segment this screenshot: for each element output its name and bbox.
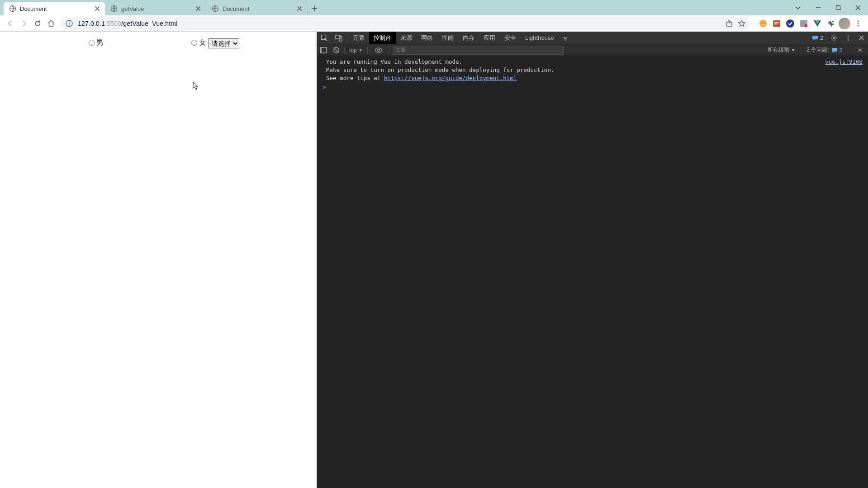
radio-female[interactable]: 女 bbox=[191, 38, 206, 47]
tab-title: Document bbox=[20, 5, 91, 12]
svg-rect-14 bbox=[805, 24, 807, 27]
browser-tab-1[interactable]: getValue bbox=[105, 2, 206, 15]
maximize-button[interactable] bbox=[828, 0, 848, 15]
reload-button[interactable] bbox=[31, 17, 44, 30]
home-button[interactable] bbox=[44, 17, 58, 30]
close-icon[interactable] bbox=[195, 5, 201, 12]
extension-icon-1[interactable] bbox=[757, 17, 769, 30]
tab-security[interactable]: 安全 bbox=[500, 32, 521, 44]
tab-console[interactable]: 控制台 bbox=[369, 32, 396, 44]
svg-rect-10 bbox=[774, 22, 779, 23]
back-button[interactable] bbox=[4, 17, 17, 30]
svg-point-15 bbox=[858, 20, 859, 22]
divider bbox=[848, 46, 848, 54]
radio-male-input[interactable] bbox=[89, 40, 95, 46]
extensions-puzzle-icon[interactable] bbox=[825, 17, 837, 30]
close-icon[interactable] bbox=[94, 5, 100, 12]
svg-point-5 bbox=[69, 21, 70, 22]
tab-network[interactable]: 网络 bbox=[417, 32, 437, 44]
browser-tab-0[interactable]: Document bbox=[4, 2, 105, 15]
svg-rect-26 bbox=[320, 47, 322, 53]
bookmark-star-icon[interactable] bbox=[738, 19, 746, 28]
svg-point-17 bbox=[858, 25, 859, 26]
console-message-count[interactable]: 2 bbox=[808, 32, 827, 44]
tab-elements[interactable]: 元素 bbox=[348, 32, 369, 44]
console-context-selector[interactable]: top ▼ bbox=[346, 47, 365, 53]
tab-application[interactable]: 应用 bbox=[479, 32, 500, 44]
tab-memory[interactable]: 内存 bbox=[458, 32, 479, 44]
svg-rect-6 bbox=[69, 23, 70, 25]
devtools-close-icon[interactable] bbox=[855, 32, 868, 44]
devtools-menu-icon[interactable] bbox=[841, 32, 855, 44]
devtools-settings-icon[interactable] bbox=[827, 32, 841, 44]
radio-female-input[interactable] bbox=[191, 40, 197, 46]
console-prompt[interactable]: > bbox=[317, 82, 868, 92]
tab-lighthouse[interactable]: Lighthouse bbox=[521, 32, 559, 44]
radio-male[interactable]: 男 bbox=[89, 38, 104, 47]
log-levels-selector[interactable]: 所有级别 ▼ bbox=[768, 46, 795, 54]
devtools-tabs: 元素 控制台 来源 网络 性能 内存 应用 安全 Lighthouse 2 bbox=[317, 32, 868, 44]
radio-male-label: 男 bbox=[96, 38, 104, 47]
console-log-line: You are running Vue in development mode.… bbox=[317, 58, 868, 66]
window-close-button[interactable] bbox=[848, 0, 868, 15]
console-log-line: Make sure to turn on production mode whe… bbox=[317, 66, 868, 74]
window-controls bbox=[790, 0, 868, 15]
tab-title: Document bbox=[223, 5, 294, 12]
divider bbox=[367, 46, 368, 54]
radio-female-label: 女 bbox=[199, 38, 206, 47]
extension-icon-2[interactable] bbox=[770, 17, 783, 30]
close-icon[interactable] bbox=[296, 5, 303, 12]
console-filter-input[interactable]: 过滤 bbox=[392, 46, 564, 55]
console-settings-icon[interactable] bbox=[854, 44, 866, 56]
globe-icon bbox=[9, 5, 16, 12]
svg-point-23 bbox=[848, 37, 849, 38]
live-expression-icon[interactable] bbox=[372, 44, 385, 56]
message-icon bbox=[812, 35, 818, 41]
issues-indicator[interactable]: 2 个问题: 2 bbox=[806, 46, 842, 54]
console-log-line: See more tips at https://vuejs.org/guide… bbox=[317, 74, 868, 82]
forward-button[interactable] bbox=[17, 17, 31, 30]
extension-icon-4[interactable] bbox=[797, 17, 810, 30]
tab-title: getValue bbox=[121, 5, 192, 12]
mouse-cursor-icon bbox=[193, 81, 199, 90]
address-bar[interactable]: 127.0.0.1:5500/getValue_Vue.html bbox=[61, 17, 750, 30]
svg-rect-3 bbox=[836, 6, 840, 10]
browser-tab-2[interactable]: Document bbox=[206, 2, 308, 15]
tabs-overflow-icon[interactable] bbox=[559, 32, 572, 44]
select-dropdown[interactable]: 请选择 bbox=[209, 38, 239, 48]
profile-avatar[interactable] bbox=[838, 17, 851, 30]
extension-icon-3[interactable] bbox=[784, 17, 797, 30]
console-source-link[interactable]: vue.js:9108 bbox=[825, 58, 864, 66]
minimize-button[interactable] bbox=[808, 0, 828, 15]
console-toolbar: top ▼ 过滤 所有级别 ▼ 2 个问题: bbox=[317, 44, 868, 56]
svg-point-8 bbox=[759, 20, 767, 27]
svg-point-12 bbox=[786, 19, 794, 28]
tab-performance[interactable]: 性能 bbox=[437, 32, 458, 44]
new-tab-button[interactable] bbox=[308, 2, 321, 15]
deployment-guide-link[interactable]: https://vuejs.org/guide/deployment.html bbox=[384, 75, 517, 81]
chevron-down-icon: ▼ bbox=[359, 48, 363, 52]
site-info-icon[interactable] bbox=[65, 19, 73, 28]
globe-icon bbox=[110, 5, 118, 12]
clear-console-icon[interactable] bbox=[330, 44, 342, 56]
browser-menu-button[interactable] bbox=[852, 17, 864, 30]
share-icon[interactable] bbox=[725, 19, 733, 28]
tabs-dropdown-button[interactable] bbox=[790, 0, 806, 15]
console-sidebar-toggle-icon[interactable] bbox=[317, 44, 330, 56]
divider bbox=[344, 46, 345, 54]
message-icon bbox=[831, 47, 838, 53]
devtools-panel: 元素 控制台 来源 网络 性能 内存 应用 安全 Lighthouse 2 bbox=[317, 32, 868, 488]
tab-sources[interactable]: 来源 bbox=[396, 32, 417, 44]
svg-point-29 bbox=[859, 49, 861, 51]
url-text: 127.0.0.1:5500/getValue_Vue.html bbox=[78, 20, 177, 27]
vue-devtools-icon[interactable] bbox=[811, 17, 824, 30]
console-output: You are running Vue in development mode.… bbox=[317, 56, 868, 488]
svg-point-16 bbox=[858, 23, 859, 24]
tab-strip: Document getValue Document bbox=[0, 0, 868, 15]
inspect-element-icon[interactable] bbox=[317, 32, 332, 44]
svg-point-28 bbox=[377, 49, 379, 51]
device-toolbar-icon[interactable] bbox=[332, 32, 346, 44]
svg-point-24 bbox=[848, 39, 849, 41]
divider bbox=[389, 46, 390, 54]
svg-rect-11 bbox=[774, 24, 778, 24]
